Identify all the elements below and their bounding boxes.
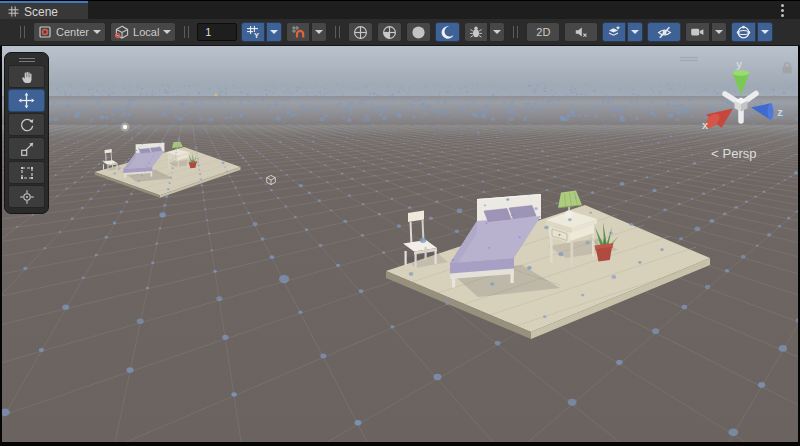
effects-icon — [607, 25, 621, 39]
effects-toggle-button[interactable] — [602, 22, 626, 42]
pivot-mode-label: Center — [56, 26, 89, 38]
tool-view-hand[interactable] — [8, 65, 45, 88]
grid-visibility-button[interactable]: Y — [241, 22, 265, 42]
scale-tool-icon — [19, 141, 35, 157]
scene-window: y x z <Persp Scene C — [0, 0, 800, 446]
shading-wireframe-button[interactable] — [348, 22, 373, 42]
chevron-down-icon — [93, 30, 101, 34]
gizmos-sphere-icon — [736, 25, 751, 40]
2d-mode-label: 2D — [536, 26, 550, 38]
palette-drag-handle[interactable] — [8, 55, 45, 64]
tool-transform[interactable] — [8, 185, 45, 208]
tool-rotate[interactable] — [8, 113, 45, 136]
grid-visibility-icon: Y — [246, 25, 260, 39]
pivot-mode-dropdown[interactable]: Center — [33, 22, 106, 42]
scene-canvas: y x z <Persp — [2, 46, 798, 442]
shaded-sphere-icon — [411, 25, 426, 40]
toolbar-drag-handle[interactable] — [513, 26, 518, 38]
debug-draw-dropdown[interactable] — [489, 22, 505, 42]
local-cube-icon — [115, 25, 129, 39]
audio-muted-icon — [574, 25, 588, 39]
tool-rect[interactable] — [8, 161, 45, 184]
distant-light-dot — [215, 94, 218, 97]
scene-visibility-button[interactable] — [647, 22, 681, 42]
gizmos-toggle-button[interactable] — [731, 22, 756, 42]
chevron-down-icon — [715, 30, 723, 34]
chevron-down-icon — [163, 30, 171, 34]
wireframe-sphere-icon — [353, 25, 368, 40]
camera-icon — [690, 25, 705, 39]
snap-settings-dropdown[interactable] — [311, 22, 327, 42]
camera-settings-dropdown[interactable] — [711, 22, 727, 42]
axis-label-x: x — [702, 119, 709, 131]
chevron-down-icon — [761, 30, 769, 34]
shaded-wireframe-sphere-icon — [382, 25, 397, 40]
move-tool-icon — [18, 92, 35, 109]
axis-label-y: y — [736, 58, 743, 70]
scene-lighting-button[interactable] — [435, 22, 460, 42]
rotate-tool-icon — [19, 117, 35, 133]
visibility-off-icon — [657, 25, 672, 40]
toolbar-drag-handle[interactable] — [20, 26, 25, 38]
tab-grid-icon — [8, 6, 19, 17]
tool-scale[interactable] — [8, 137, 45, 160]
gizmos-dropdown[interactable] — [757, 22, 773, 42]
scene-toolbar: Center Local 1 Y — [0, 19, 800, 46]
chevron-down-icon — [315, 30, 323, 34]
orientation-mode-label: Local — [133, 26, 159, 38]
grid-size-value: 1 — [205, 26, 211, 38]
kebab-menu-icon[interactable] — [781, 4, 784, 17]
grid-size-input[interactable]: 1 — [197, 23, 237, 41]
hand-tool-icon — [19, 69, 35, 85]
scene-viewport[interactable]: y x z <Persp — [2, 46, 798, 442]
grid-axis-letter: Y — [254, 31, 259, 39]
projection-mode-label[interactable]: <Persp — [711, 146, 757, 161]
axis-label-z: z — [777, 106, 783, 118]
snap-settings-button[interactable] — [286, 22, 310, 42]
2d-mode-button[interactable]: 2D — [526, 22, 560, 42]
shading-shaded-button[interactable] — [406, 22, 431, 42]
tab-bar: Scene — [0, 0, 800, 20]
bug-icon — [469, 25, 483, 39]
light-gizmo-icon[interactable] — [121, 123, 130, 132]
tool-move[interactable] — [8, 89, 45, 112]
debug-draw-button[interactable] — [464, 22, 488, 42]
audio-toggle-button[interactable] — [564, 22, 598, 42]
tools-overlay — [4, 52, 49, 214]
toolbar-drag-handle[interactable] — [335, 26, 340, 38]
toolbar-drag-handle[interactable] — [184, 26, 189, 38]
camera-settings-button[interactable] — [685, 22, 710, 42]
tab-scene[interactable]: Scene — [0, 1, 88, 20]
shading-shaded-wireframe-button[interactable] — [377, 22, 402, 42]
rect-tool-icon — [19, 165, 35, 181]
grid-visibility-dropdown[interactable] — [266, 22, 282, 42]
effects-dropdown[interactable] — [627, 22, 643, 42]
tab-label: Scene — [24, 5, 58, 19]
pivot-center-icon — [38, 25, 52, 39]
transform-tool-icon — [19, 189, 35, 205]
snap-magnet-icon — [291, 25, 305, 39]
orientation-mode-dropdown[interactable]: Local — [110, 22, 176, 42]
moon-icon — [440, 25, 455, 40]
chevron-down-icon — [631, 30, 639, 34]
chevron-down-icon — [270, 30, 278, 34]
chevron-down-icon — [493, 30, 501, 34]
